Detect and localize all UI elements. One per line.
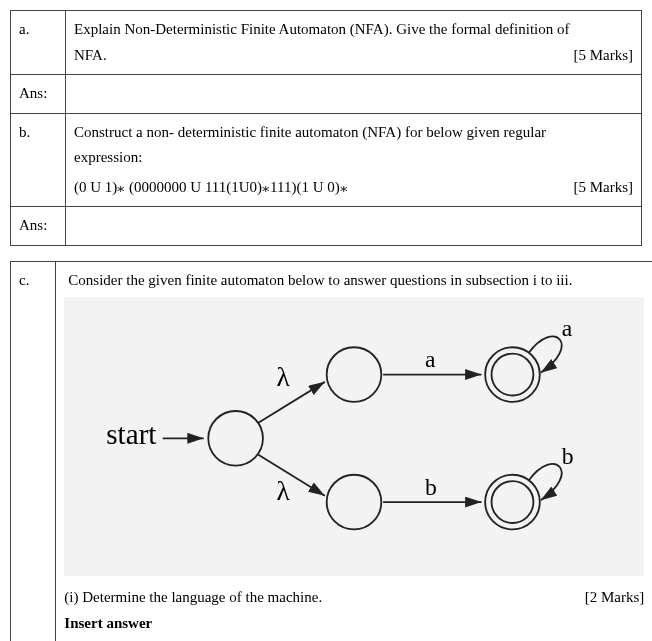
row-a-text-line2-wrap: NFA. [5 Marks] (74, 43, 633, 69)
start-label: start (107, 418, 157, 450)
automaton-svg: start λ λ a (74, 309, 634, 564)
edge-a-label: a (425, 346, 436, 372)
row-a-ans-label: Ans: (11, 75, 66, 114)
row-a-label: a. (11, 11, 66, 75)
row-b-content: Construct a non- deterministic finite au… (66, 113, 642, 207)
edge-lambda-upper (259, 382, 325, 423)
row-b-text-line3-wrap: (0 U 1)⁎ (0000000 U 111(1U0)⁎111)(1 U 0)… (74, 175, 633, 201)
row-b-text-line3: (0 U 1)⁎ (0000000 U 111(1U0)⁎111)(1 U 0)… (74, 179, 348, 195)
edge-lambda-lower (259, 455, 325, 496)
loop-b-label: b (562, 443, 574, 469)
loop-a-label: a (562, 315, 573, 341)
state-upper-accept-outer (485, 347, 540, 402)
row-b-ans-label: Ans: (11, 207, 66, 246)
automaton-diagram: start λ λ a (64, 297, 644, 576)
state-lower-mid (327, 475, 382, 530)
row-a-text-line1: Explain Non-Deterministic Finite Automat… (74, 17, 633, 43)
sub-i-wrap: (i) Determine the language of the machin… (64, 584, 644, 610)
row-c-intro: Consider the given finite automaton belo… (68, 268, 644, 294)
sub-ii-marks: [1 Marks] (585, 637, 645, 641)
row-b: b. Construct a non- deterministic finite… (11, 113, 642, 207)
row-a-ans: Ans: (11, 75, 642, 114)
row-c-content: Consider the given finite automaton belo… (56, 261, 652, 641)
row-b-text-line1: Construct a non- deterministic finite au… (74, 120, 633, 146)
state-initial (209, 411, 264, 466)
row-c-label: c. (11, 261, 56, 641)
lambda-upper-label: λ (277, 362, 291, 392)
insert-answer: Insert answer (64, 610, 644, 636)
row-a-text-line2: NFA. (74, 47, 107, 63)
row-b-ans-content (66, 207, 642, 246)
question-table-1: a. Explain Non-Deterministic Finite Auto… (10, 10, 642, 246)
state-upper-mid (327, 347, 382, 402)
row-b-text-line2: expression: (74, 145, 633, 171)
sub-i-text: (i) Determine the language of the machin… (64, 589, 322, 605)
question-table-2: c. Consider the given finite automaton b… (10, 261, 652, 642)
row-b-marks: [5 Marks] (573, 175, 633, 201)
lambda-lower-label: λ (277, 476, 291, 506)
row-b-ans: Ans: (11, 207, 642, 246)
row-a: a. Explain Non-Deterministic Finite Auto… (11, 11, 642, 75)
edge-b-label: b (425, 474, 437, 500)
row-a-marks: [5 Marks] (573, 43, 633, 69)
sub-ii-wrap: (ii) Give two examples of strings accept… (64, 636, 644, 641)
row-b-label: b. (11, 113, 66, 207)
sub-i-marks: [2 Marks] (585, 585, 645, 609)
state-lower-accept-outer (485, 475, 540, 530)
row-a-ans-content (66, 75, 642, 114)
row-a-content: Explain Non-Deterministic Finite Automat… (66, 11, 642, 75)
row-c: c. Consider the given finite automaton b… (11, 261, 653, 641)
